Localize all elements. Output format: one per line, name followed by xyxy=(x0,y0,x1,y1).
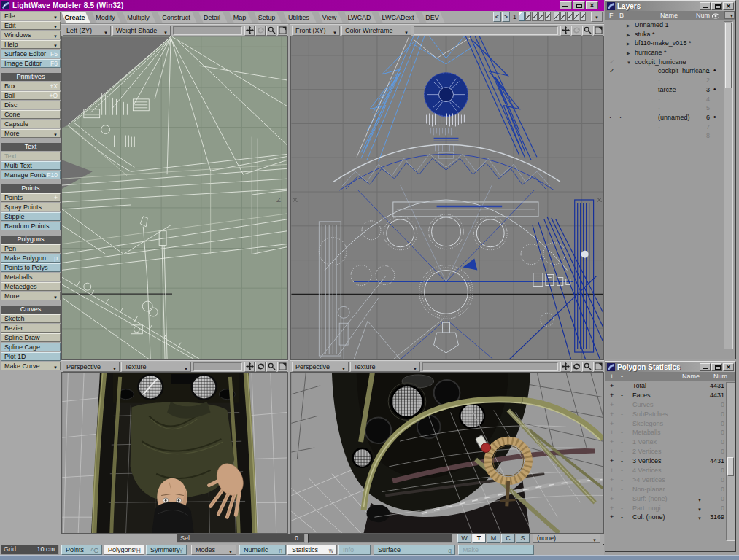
stats-row[interactable]: Skelegons ▼ 0 xyxy=(605,419,726,429)
maximize-button[interactable] xyxy=(573,1,585,9)
tool-button[interactable]: Metaballs▼ xyxy=(1,273,61,281)
layer-row[interactable]: ✓ · cockpit_hurricane 1 • xyxy=(605,66,724,76)
viewport-bottom-right[interactable] xyxy=(290,372,604,534)
vertex-map-type-button[interactable]: C xyxy=(501,534,515,543)
stats-row[interactable]: Surf: (none) ▼ 0 xyxy=(605,494,726,504)
sidebar-editor-button[interactable]: Surface EditorF5 xyxy=(1,50,61,58)
close-button[interactable]: × xyxy=(723,363,734,371)
toolbar-button[interactable]: Modes ▼ xyxy=(191,545,236,555)
sidebar-editor-button[interactable]: Image EditorF6 xyxy=(1,59,61,68)
sidebar-menu-button[interactable]: Edit▼ xyxy=(1,21,61,30)
tool-button[interactable]: Points+▼ xyxy=(1,193,61,202)
layer-row[interactable]: ▶ hurricane * xyxy=(605,48,724,58)
tool-button[interactable]: Plot 1D▼ xyxy=(1,352,61,361)
stats-row[interactable]: 1 Vertex ▼ 0 xyxy=(605,438,726,447)
pan-icon[interactable] xyxy=(244,362,255,372)
minimize-button[interactable] xyxy=(560,1,572,9)
render-mode-dropdown[interactable]: Color Wireframe▼ xyxy=(341,26,411,36)
viewport-top-right[interactable] xyxy=(290,36,604,360)
stats-row[interactable]: Part: nogi ▼ 0 xyxy=(605,504,726,513)
zoom-icon[interactable] xyxy=(582,26,592,36)
zoom-icon[interactable] xyxy=(266,362,276,372)
tool-button[interactable]: Sketch▼ xyxy=(1,314,61,323)
maximize-viewport-icon[interactable] xyxy=(593,362,603,372)
stats-row[interactable]: 3 Vertices ▼ 4431 xyxy=(605,456,726,466)
layer-bank-cell[interactable] xyxy=(538,12,544,21)
tool-button[interactable]: Make Polygonp▼ xyxy=(1,254,61,262)
stats-row[interactable]: SubPatches ▼ 0 xyxy=(605,410,726,419)
tool-button[interactable]: Metaedges▼ xyxy=(1,282,61,291)
stats-row[interactable]: 4 Vertices ▼ 0 xyxy=(605,466,726,475)
menu-tab[interactable]: LWCAD xyxy=(344,12,376,23)
minimize-button[interactable] xyxy=(700,2,711,10)
toolbar-button[interactable]: Info ▼ xyxy=(338,545,371,555)
pan-icon[interactable] xyxy=(560,26,570,36)
stats-row[interactable]: Col: (none) ▼ 3169 xyxy=(605,513,726,522)
tool-button[interactable]: Spray Points▼ xyxy=(1,203,61,211)
vertex-map-type-button[interactable]: T xyxy=(472,534,486,543)
expand-arrow-icon[interactable]: ▶ xyxy=(627,39,630,48)
layer-row[interactable]: ▶ bf110-make_v015 * xyxy=(605,39,724,48)
layer-bank-cell[interactable] xyxy=(560,12,566,21)
scrollbar-thumb[interactable] xyxy=(727,457,734,476)
toolbar-button[interactable]: Points ^G ▼ xyxy=(61,545,102,555)
toolbar-button[interactable]: Surface q ▼ xyxy=(374,545,455,555)
layer-row[interactable]: ▶ stuka * xyxy=(605,30,724,39)
render-mode-dropdown[interactable]: Texture▼ xyxy=(350,362,420,372)
close-button[interactable]: × xyxy=(723,2,734,10)
view-type-dropdown[interactable]: Left (ZY)▼ xyxy=(63,26,111,36)
tool-button[interactable]: Box+X▼ xyxy=(1,82,61,90)
next-object-button[interactable]: > xyxy=(502,12,510,22)
sidebar-menu-button[interactable]: Help▼ xyxy=(1,40,61,49)
stats-row[interactable]: Total ▼ 4431 xyxy=(605,381,726,391)
toolbar-button[interactable]: Symmetry +Y ▼ xyxy=(146,545,187,555)
expand-arrow-icon[interactable]: ▼ xyxy=(627,58,631,67)
layer-row[interactable]: · 7 xyxy=(605,122,724,132)
expand-arrow-icon[interactable]: ▶ xyxy=(627,21,630,30)
menu-tab[interactable]: Create xyxy=(61,12,90,23)
col-num[interactable]: Num xyxy=(696,11,710,20)
tool-button[interactable]: More▼ xyxy=(1,129,61,138)
stats-row[interactable]: Faces ▼ 4431 xyxy=(605,391,726,400)
layer-row[interactable]: ▶ Unnamed 1 xyxy=(605,20,724,30)
toolbar-button[interactable]: Statistics w ▼ xyxy=(287,545,337,555)
maximize-viewport-icon[interactable] xyxy=(593,26,603,36)
layer-bank-dropdown[interactable]: ▼ xyxy=(591,12,603,22)
menu-tab[interactable]: Modify xyxy=(92,12,121,23)
layer-row[interactable]: ✓ ▼ cockpit_hurricane xyxy=(605,58,724,67)
viewport-bottom-left[interactable] xyxy=(61,372,288,534)
pan-icon[interactable] xyxy=(560,362,570,372)
tool-button[interactable]: Bezier▼ xyxy=(1,324,61,332)
layer-bank-cell[interactable] xyxy=(519,12,525,21)
maximize-button[interactable] xyxy=(711,2,722,10)
toolbar-button[interactable]: Make ▼ xyxy=(458,545,534,555)
rotate-icon[interactable] xyxy=(255,362,266,372)
layer-bank-cell[interactable] xyxy=(573,12,579,21)
col-name[interactable]: Name xyxy=(660,11,678,20)
layer-bank-cell[interactable] xyxy=(567,12,573,21)
layer-row[interactable]: · 4 xyxy=(605,95,724,104)
view-type-dropdown[interactable]: Front (XY)▼ xyxy=(292,26,340,36)
stats-row[interactable]: >4 Vertices ▼ 0 xyxy=(605,475,726,485)
tool-button[interactable]: Spline Cage▼ xyxy=(1,343,61,351)
layer-bank-cell[interactable] xyxy=(532,12,538,21)
expand-arrow-icon[interactable]: ▶ xyxy=(627,49,630,58)
zoom-icon[interactable] xyxy=(266,26,276,36)
scrollbar-thumb[interactable] xyxy=(725,23,732,88)
sidebar-menu-button[interactable]: Windows▼ xyxy=(1,31,61,39)
view-type-dropdown[interactable]: Perspective▼ xyxy=(292,362,349,372)
pan-icon[interactable] xyxy=(244,26,255,36)
stats-row[interactable]: 2 Vertices ▼ 0 xyxy=(605,447,726,456)
menu-tab[interactable]: Multiply xyxy=(123,12,156,23)
tool-button[interactable]: Capsule▼ xyxy=(1,120,61,128)
statistics-titlebar[interactable]: Polygon Statistics × xyxy=(605,362,735,372)
menu-tab[interactable]: View xyxy=(318,12,343,23)
tool-button[interactable]: Stipple▼ xyxy=(1,212,61,221)
vertex-map-type-button[interactable]: S xyxy=(516,534,530,543)
tool-button[interactable]: Text▼ xyxy=(1,152,61,160)
layers-titlebar[interactable]: Layers × xyxy=(605,1,735,11)
viewport-divider[interactable] xyxy=(288,24,290,534)
layer-row[interactable]: · 8 xyxy=(605,131,724,141)
tool-button[interactable]: Ball+O▼ xyxy=(1,91,61,100)
rotate-icon[interactable] xyxy=(571,26,581,36)
